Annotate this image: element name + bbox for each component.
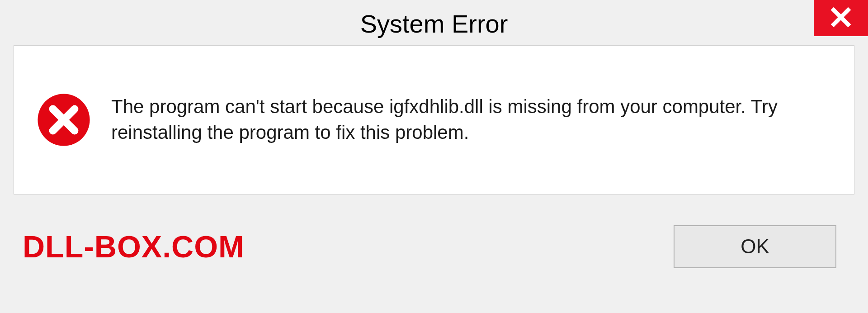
error-icon (37, 93, 91, 147)
ok-button[interactable]: OK (674, 225, 836, 268)
dialog-title: System Error (360, 9, 508, 38)
content-panel: The program can't start because igfxdhli… (14, 45, 854, 194)
watermark-text: DLL-BOX.COM (23, 229, 245, 264)
titlebar: System Error (0, 0, 868, 45)
ok-button-label: OK (741, 235, 769, 258)
close-icon (830, 6, 852, 30)
close-button[interactable] (814, 0, 868, 36)
error-message: The program can't start because igfxdhli… (111, 94, 831, 145)
footer: DLL-BOX.COM OK (14, 194, 854, 299)
